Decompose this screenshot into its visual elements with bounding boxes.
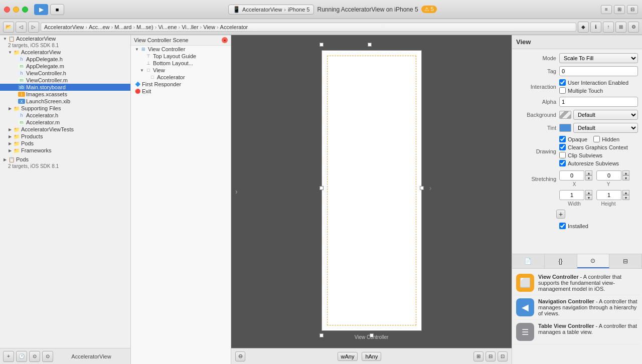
y-increment[interactable]: ▲: [622, 170, 629, 175]
sidebar-item-root[interactable]: ▼ 📋 AcceleratorView: [0, 35, 130, 42]
close-button[interactable]: [4, 7, 10, 13]
traffic-lights[interactable]: [4, 7, 28, 13]
y-input[interactable]: [596, 170, 621, 180]
resize-handle-mr[interactable]: [420, 186, 424, 190]
library-tab-file[interactable]: 📄: [512, 254, 545, 268]
scheme-selector[interactable]: 📱 AcceleratorView › iPhone 5: [228, 5, 314, 15]
tint-select[interactable]: Default: [573, 123, 638, 133]
location-icon[interactable]: ⊙: [29, 351, 40, 362]
multiple-touch-checkbox[interactable]: [559, 87, 566, 94]
share-btn[interactable]: ↑: [603, 22, 614, 33]
width-input[interactable]: [559, 190, 584, 200]
height-decrement[interactable]: ▼: [622, 195, 629, 200]
scene-item-view[interactable]: ▼ □ View: [131, 67, 231, 74]
library-item-vc[interactable]: ⬜ View Controller - A controller that su…: [514, 271, 640, 295]
breadcrumb-item-5[interactable]: Vi...ller: [182, 24, 198, 30]
tag-input[interactable]: [559, 66, 638, 76]
filter-icon[interactable]: ⊙: [42, 351, 53, 362]
alpha-value[interactable]: [559, 97, 638, 107]
opaque-checkbox[interactable]: [559, 136, 566, 142]
sidebar-item-accelerator-h[interactable]: h Accelerator.h: [0, 112, 130, 119]
settings-btn[interactable]: ⚙: [628, 22, 639, 33]
inspector-btn[interactable]: ⊞: [615, 22, 626, 33]
mode-select[interactable]: Scale To Fill: [559, 53, 638, 63]
sidebar-item-launchscreen-xib[interactable]: x LaunchScreen.xib: [0, 98, 130, 105]
background-select[interactable]: Default: [573, 110, 638, 120]
mode-value[interactable]: Scale To Fill: [559, 53, 638, 63]
canvas-btn-1[interactable]: ⊞: [473, 351, 484, 361]
library-item-table[interactable]: ☰ Table View Controller - A controller t…: [514, 320, 640, 344]
breadcrumb-item-1[interactable]: Acc...ew: [89, 24, 110, 30]
sidebar-item-appdelegate-m[interactable]: m AppDelegate.m: [0, 63, 130, 70]
stop-button[interactable]: ■: [50, 4, 64, 15]
sidebar-item-tests[interactable]: ▶ 📁 AcceleratorViewTests: [0, 126, 130, 133]
minimize-button[interactable]: [13, 7, 19, 13]
background-swatch[interactable]: [559, 111, 571, 119]
height-increment[interactable]: ▲: [622, 190, 629, 195]
x-increment[interactable]: ▲: [585, 170, 592, 175]
resize-handle-bc[interactable]: [370, 333, 374, 337]
breadcrumb-item-6[interactable]: View: [203, 24, 215, 30]
sidebar-item-acceleratorview[interactable]: ▼ 📁 AcceleratorView: [0, 49, 130, 56]
tint-swatch[interactable]: [559, 124, 571, 132]
sidebar-item-viewcontroller-h[interactable]: h ViewController.h: [0, 70, 130, 77]
width-decrement[interactable]: ▼: [585, 195, 592, 200]
sidebar-item-accelerator-m[interactable]: m Accelerator.m: [0, 119, 130, 126]
installed-checkbox[interactable]: [559, 223, 566, 229]
size-class-h[interactable]: hAny: [362, 352, 381, 361]
scene-close-button[interactable]: ×: [222, 37, 228, 43]
sidebar-item-pods-root[interactable]: ▶ 📋 Pods: [0, 156, 130, 163]
panel-toggle-right[interactable]: ⊟: [627, 5, 638, 14]
maximize-button[interactable]: [22, 7, 28, 13]
sidebar-item-frameworks[interactable]: ▶ 📁 Frameworks: [0, 147, 130, 154]
x-decrement[interactable]: ▼: [585, 175, 592, 180]
folder-icon[interactable]: 📂: [3, 22, 14, 33]
add-file-button[interactable]: +: [3, 351, 14, 362]
breadcrumb-item-4[interactable]: Vi...ene: [158, 24, 177, 30]
scene-item-bottom-layout[interactable]: ⊥ Bottom Layout...: [131, 60, 231, 67]
jump-bar-right[interactable]: ▷: [28, 22, 39, 33]
scene-item-top-layout[interactable]: ⊤ Top Layout Guide: [131, 53, 231, 60]
clock-icon[interactable]: 🕐: [16, 351, 27, 362]
sidebar-item-images-xcassets[interactable]: i Images.xcassets: [0, 91, 130, 98]
breadcrumb-item-2[interactable]: M...ard: [114, 24, 131, 30]
user-interaction-checkbox[interactable]: [559, 79, 566, 86]
clip-subviews-checkbox[interactable]: [559, 152, 566, 158]
library-tab-code[interactable]: {}: [545, 254, 577, 268]
y-decrement[interactable]: ▼: [622, 175, 629, 180]
sidebar-item-products[interactable]: ▶ 📁 Products: [0, 133, 130, 140]
resize-handle-tc[interactable]: [368, 43, 372, 47]
sidebar-item-viewcontroller-m[interactable]: m ViewController.m: [0, 77, 130, 84]
library-tab-media[interactable]: ⊟: [609, 254, 642, 268]
scene-item-exit[interactable]: 🔴 Exit: [131, 88, 231, 95]
library-item-nav[interactable]: ◀ Navigation Controller - A controller t…: [514, 295, 640, 320]
resize-handle-br[interactable]: [319, 333, 324, 337]
sidebar-item-main-storyboard[interactable]: sb Main.storyboard: [0, 84, 130, 91]
run-button[interactable]: ▶: [34, 4, 48, 15]
autoresize-checkbox[interactable]: [559, 160, 566, 166]
add-constraint-button[interactable]: +: [556, 210, 565, 219]
hidden-checkbox[interactable]: [593, 136, 600, 142]
height-input[interactable]: [596, 190, 621, 200]
sidebar-item-pods[interactable]: ▶ 📁 Pods: [0, 140, 130, 147]
x-input[interactable]: [559, 170, 584, 180]
canvas-btn-2[interactable]: ⊟: [486, 351, 496, 361]
zoom-button[interactable]: ⊖: [235, 351, 245, 361]
titlebar-controls[interactable]: ▶ ■: [34, 4, 64, 15]
width-increment[interactable]: ▲: [585, 190, 592, 195]
scene-item-vc-scene[interactable]: ▼ ⊞ View Controller: [131, 46, 231, 53]
alpha-input[interactable]: [559, 97, 638, 107]
clears-graphics-checkbox[interactable]: [559, 144, 566, 150]
resize-handle-ml[interactable]: [319, 186, 324, 190]
library-tab-object[interactable]: ⊙: [577, 254, 610, 268]
warning-badge[interactable]: ⚠ 5: [421, 6, 437, 13]
breadcrumb-item-0[interactable]: AcceleratorView: [44, 24, 84, 30]
canvas-btn-3[interactable]: ⊡: [498, 351, 508, 361]
breadcrumb-item-7[interactable]: Accelerator: [220, 24, 248, 30]
sidebar-item-appdelegate-h[interactable]: h AppDelegate.h: [0, 56, 130, 63]
breakpoint-btn[interactable]: ◆: [578, 22, 589, 33]
scene-item-first-responder[interactable]: 🔷 First Responder: [131, 81, 231, 88]
jump-bar-left[interactable]: ◁: [16, 22, 27, 33]
info-btn[interactable]: ℹ: [590, 22, 601, 33]
editor-toggle[interactable]: ⊞: [614, 5, 625, 14]
